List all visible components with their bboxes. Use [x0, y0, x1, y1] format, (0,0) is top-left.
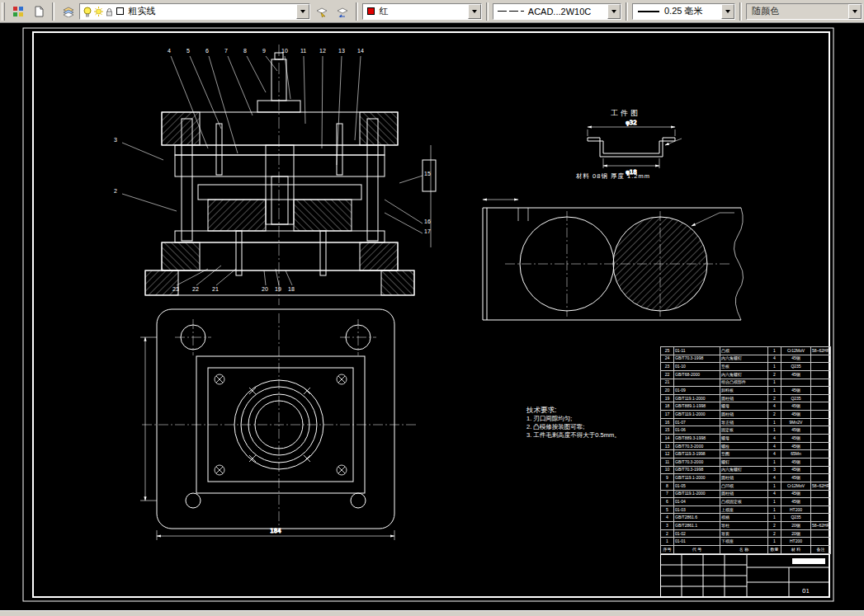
part-callout: 7 [224, 48, 228, 54]
toolbar-separator [486, 2, 489, 21]
part-callout: 9 [262, 48, 266, 54]
part-callout: 17 [424, 228, 431, 234]
part-callout: 16 [424, 219, 431, 224]
tech-req-title: 技术要求: [526, 406, 621, 414]
bom-row: 14GB/T889.3-1998螺母445钢 [661, 435, 831, 443]
drawing-canvas[interactable]: φ32 φ18 [0, 23, 864, 610]
lineweight-value: 0.25 毫米 [662, 5, 721, 17]
layers-icon [62, 6, 74, 17]
lineweight-dropdown-arrow[interactable] [721, 4, 734, 19]
toolbar-separator [356, 2, 358, 21]
part-callout: 19 [275, 286, 281, 292]
part-callout: 6 [205, 48, 209, 54]
top-toolbar: 粗实线 红 ACAD...2W10C 0.25 毫米 随颜色 [0, 0, 864, 23]
part-callout: 5 [186, 48, 190, 54]
tech-req-items: 1. 刃口间隙均匀;2. 凸模修按装图可靠;3. 工件毛刺高度不得大于0.5mm… [526, 415, 621, 440]
document-button[interactable] [29, 2, 48, 21]
bom-row: 1501-06固定板145钢 [661, 426, 831, 435]
workpiece-note: 材料 08钢 厚度 1.2mm [576, 172, 650, 181]
bom-row: 801-05凸凹模1Cr12MoV58~62HRC [661, 482, 831, 490]
part-callout: 15 [424, 171, 431, 176]
part-callout: 3 [114, 137, 117, 143]
lineweight-preview [638, 11, 659, 12]
bom-row: 2001-09卸料板145钢 [661, 387, 831, 395]
bom-row: 17GB/T119.1-2000圆柱销245钢 [661, 411, 831, 419]
part-callout: 22 [192, 286, 199, 292]
bom-row: 11GB/T70.3-2000螺钉145钢 [661, 458, 831, 466]
color-name: 红 [376, 5, 468, 17]
app-icon [12, 6, 24, 17]
make-object-layer-current-button[interactable] [312, 2, 331, 21]
linetype-dropdown[interactable]: ACAD...2W10C [493, 3, 621, 20]
part-callout: 14 [357, 48, 364, 54]
chevron-down-icon [300, 10, 305, 13]
lineweight-dropdown[interactable]: 0.25 毫米 [632, 3, 735, 20]
color-dropdown-arrow[interactable] [468, 4, 481, 19]
toolbar-grip[interactable] [2, 2, 5, 21]
tech-requirements: 技术要求: 1. 刃口间隙均匀;2. 凸模修按装图可靠;3. 工件毛刺高度不得大… [526, 406, 621, 440]
chevron-down-icon [472, 10, 477, 13]
linetype-dropdown-arrow[interactable] [607, 4, 621, 19]
part-callout: 13 [338, 48, 345, 54]
bom-row: 24GB/T70.3-1998内六角螺钉445钢 [661, 355, 831, 363]
tech-req-item: 2. 凸模修按装图可靠; [526, 423, 621, 431]
toolbar-separator [52, 2, 54, 21]
bom-row: 201-02导套220钢 [661, 529, 831, 538]
bom-row: 21组合凸模部件1 [661, 379, 831, 387]
app-icon-button[interactable] [8, 2, 27, 21]
plotstyle-dropdown-arrow [848, 4, 862, 19]
linetype-name: ACAD...2W10C [526, 7, 607, 16]
part-callout: 2 [114, 188, 117, 194]
sheet-number: 01 [802, 588, 810, 595]
bom-table: 2501-11凸模1Cr12MoV58~62HRC24GB/T70.3-1998… [660, 346, 831, 554]
sun-icon [93, 6, 104, 17]
color-dropdown[interactable]: 红 [362, 3, 482, 20]
color-swatch-red [367, 7, 375, 15]
layer-name: 粗实线 [125, 5, 295, 17]
layer-dropdown-arrow[interactable] [296, 4, 309, 19]
part-callout: 10 [281, 48, 288, 54]
bottom-edge-bar [0, 610, 864, 616]
section-view [145, 45, 436, 305]
strip-layout-view [483, 200, 744, 320]
bom-row: 4GB/T2861.6模柄1Q235 [661, 514, 831, 522]
title-block-highlight [792, 558, 825, 564]
layer-color-swatch [116, 7, 124, 15]
bom-row: 19GB/T119.1-2000圆柱销2Q235 [661, 394, 831, 402]
document-icon [33, 6, 45, 17]
workpiece-dim-top: φ32 [626, 120, 637, 126]
part-callout: 21 [212, 286, 219, 292]
bom-row: 501-03上模座1HT200 [661, 505, 831, 514]
layer-previous-button[interactable] [333, 2, 352, 21]
bom-row: 1601-07导正销19Mn2V [661, 418, 831, 426]
bom-row: 12GB/T119.3-1998垫圈465Mn [661, 450, 831, 458]
part-callout: 12 [319, 48, 326, 54]
plotstyle-dropdown: 随颜色 [746, 3, 862, 20]
part-callout: 11 [300, 48, 306, 54]
chevron-down-icon [852, 10, 857, 13]
bom-header-row: 序号代 号名 称数量材 料备注 [661, 546, 831, 554]
linetype-preview [498, 11, 524, 12]
layer-dropdown[interactable]: 粗实线 [79, 3, 309, 20]
bom-row: 18GB/T889.1-1998螺母445钢 [661, 402, 831, 411]
bom-row: 101-01下模座1HT200 [661, 538, 831, 546]
bulb-icon [83, 6, 93, 17]
tech-req-item: 1. 刃口间隙均匀; [526, 415, 621, 423]
bom-row: 10GB/T70.3-1998内六角螺钉345钢 [661, 466, 831, 474]
part-callout: 18 [288, 286, 295, 292]
lock-icon [104, 6, 115, 17]
plotstyle-value: 随颜色 [749, 5, 848, 17]
chevron-down-icon [725, 10, 730, 13]
part-callout: 8 [243, 48, 247, 54]
plan-dim-bottom: 184 [270, 528, 281, 534]
part-callout: 23 [172, 286, 179, 292]
layer-manager-button[interactable] [59, 2, 78, 21]
workpiece-view: φ32 φ18 [588, 120, 682, 176]
layer-previous-icon [336, 6, 348, 17]
part-callout: 4 [168, 48, 171, 54]
bom-row: 3GB/T2861.1导柱220钢58~62HRC [661, 522, 831, 530]
toolbar-separator [739, 2, 742, 21]
bom-row: 2301-10垫板1Q235 [661, 363, 831, 371]
bom-row: 22GB/T68-2000内六角螺钉245钢 [661, 370, 831, 379]
workpiece-title: 工件图 [611, 108, 640, 119]
